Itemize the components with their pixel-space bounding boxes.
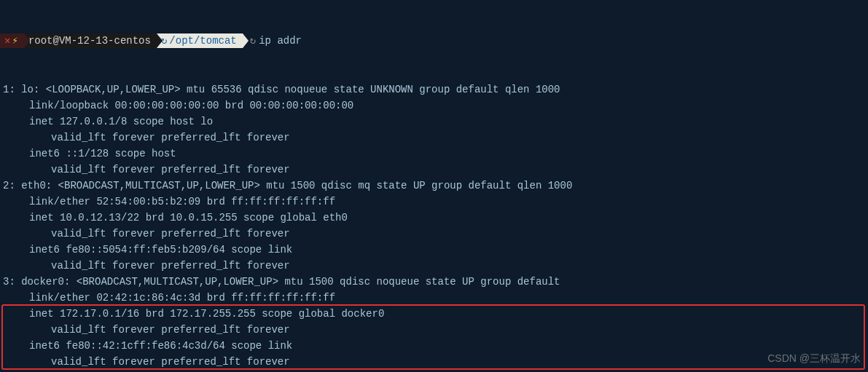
output-line: valid_lft forever preferred_lft forever	[0, 354, 868, 370]
output-line: inet6 ::1/128 scope host	[0, 146, 868, 162]
output-line: link/ether 52:54:00:b5:b2:09 brd ff:ff:f…	[0, 194, 868, 210]
output-line: valid_lft forever preferred_lft forever	[0, 130, 868, 146]
prompt-user-host: root@VM-12-13-centos	[24, 33, 157, 48]
output-line: inet6 fe80::42:1cff:fe86:4c3d/64 scope l…	[0, 338, 868, 354]
output-line: valid_lft forever preferred_lft forever	[0, 226, 868, 242]
prompt-separator-icon: ↻	[250, 33, 256, 49]
terminal-output[interactable]: ✕ ⚡ root@VM-12-13-centos ↻ /opt/tomcat ↻…	[0, 0, 868, 372]
prompt-path-segment: ↻ /opt/tomcat	[157, 33, 243, 48]
output-line: 2: eth0: <BROADCAST,MULTICAST,UP,LOWER_U…	[0, 178, 868, 194]
output-lines: 1: lo: <LOOPBACK,UP,LOWER_UP> mtu 65536 …	[0, 82, 868, 372]
output-line: link/ether 02:42:1c:86:4c:3d brd ff:ff:f…	[0, 290, 868, 306]
output-line: link/loopback 00:00:00:00:00:00 brd 00:0…	[0, 98, 868, 114]
lightning-icon: ⚡	[12, 33, 17, 49]
prompt-close-segment: ✕ ⚡	[0, 33, 24, 48]
output-line: 1: lo: <LOOPBACK,UP,LOWER_UP> mtu 65536 …	[0, 82, 868, 98]
user-host-text: root@VM-12-13-centos	[28, 33, 151, 49]
output-line: inet 172.17.0.1/16 brd 172.17.255.255 sc…	[0, 306, 868, 322]
close-icon: ✕	[4, 33, 10, 49]
output-line: valid_lft forever preferred_lft forever	[0, 162, 868, 178]
command-text: ip addr	[259, 33, 302, 49]
prompt-line: ✕ ⚡ root@VM-12-13-centos ↻ /opt/tomcat ↻…	[0, 32, 868, 50]
path-text: /opt/tomcat	[169, 33, 236, 49]
output-line: valid_lft forever preferred_lft forever	[0, 322, 868, 338]
output-line: inet 127.0.0.1/8 scope host lo	[0, 114, 868, 130]
output-line: inet6 fe80::5054:ff:feb5:b209/64 scope l…	[0, 242, 868, 258]
watermark-text: CSDN @三杯温开水	[767, 350, 861, 366]
output-line: 3: docker0: <BROADCAST,MULTICAST,UP,LOWE…	[0, 274, 868, 290]
output-line: valid_lft forever preferred_lft forever	[0, 258, 868, 274]
output-line: inet 10.0.12.13/22 brd 10.0.15.255 scope…	[0, 210, 868, 226]
